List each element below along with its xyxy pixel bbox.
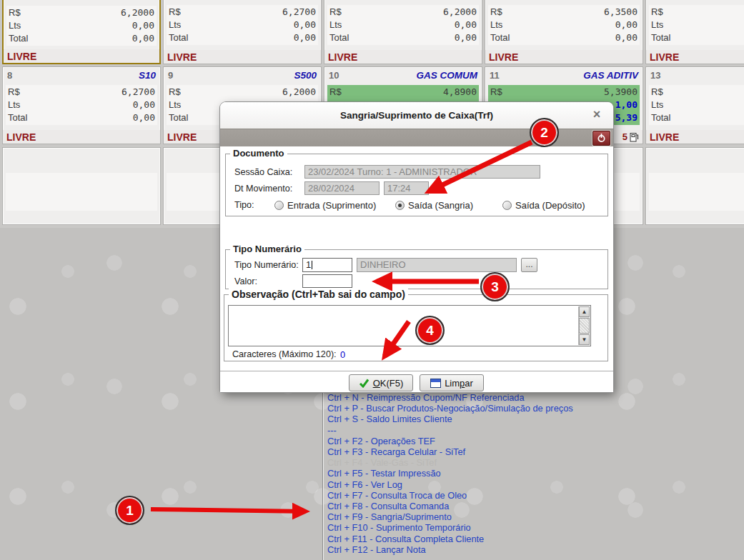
pump-cell-header <box>164 0 321 3</box>
tipo-numerario-input[interactable]: 1 <box>302 258 352 272</box>
sangria-suprimento-dialog: Sangria/Suprimento de Caixa(Trf) × Docum… <box>220 102 613 392</box>
total-label: Total <box>9 32 28 45</box>
total-row: Total <box>651 111 744 124</box>
radio-saida-deposito[interactable]: Saída (Depósito) <box>502 200 585 211</box>
pump-cell-header: 13 <box>646 67 744 83</box>
vertical-scrollbar[interactable]: ▲ ▼ <box>578 306 590 345</box>
shortcut-item[interactable]: Ctrl + F4 - Vale-Gás - SiTef <box>327 457 743 468</box>
price-value: 4,8900 <box>443 86 477 99</box>
total-value: 0,00 <box>132 32 154 45</box>
radio-saida-sangria[interactable]: Saída (Sangria) <box>395 200 473 211</box>
hora-field: 17:24 <box>384 181 429 195</box>
pump-status-bar: LIVRE <box>485 50 643 64</box>
shortcut-item[interactable]: Ctrl + F8 - Consulta Comanda <box>327 501 743 511</box>
scroll-down-icon[interactable]: ▼ <box>579 334 590 345</box>
scroll-up-icon[interactable]: ▲ <box>579 306 590 317</box>
pump-cell-header: 9 S500 <box>164 67 321 83</box>
pump-status-bar: LIVRE <box>324 50 482 64</box>
pump-cell[interactable]: R$ 6,3500 Lts 0,00 Total 0,00 LIVRE <box>485 0 643 64</box>
shortcut-item[interactable]: --- <box>327 425 743 436</box>
dialog-button-bar: OK(F5) Limpar <box>220 371 613 392</box>
price-row: R$ 6,2000 <box>9 6 154 19</box>
liters-row: Lts 0,00 <box>329 19 477 31</box>
shortcut-item[interactable]: Ctrl + F5 - Testar Impressão <box>327 468 743 479</box>
total-label: Total <box>651 31 670 44</box>
tipo-row: Tipo: Entrada (Suprimento) Saída (Sangri… <box>226 198 607 212</box>
pump-badge: 5 <box>623 131 639 142</box>
liters-label: Lts <box>651 99 663 111</box>
pump-status-bar: LIVRE <box>164 50 321 64</box>
pump-cell[interactable]: 8 S10 R$ 6,2700 Lts 0,00 Total 0,00 LIVR… <box>2 66 161 144</box>
tipo-numerario-label: Tipo Numerário: <box>234 260 299 270</box>
limpar-button[interactable]: Limpar <box>420 374 484 391</box>
dialog-body: Documento Sessão Caixa: 23/02/2024 Turno… <box>220 146 613 392</box>
shortcut-item[interactable]: Ctrl + F6 - Ver Log <box>327 479 743 490</box>
pump-cell-empty[interactable] <box>2 147 161 225</box>
dialog-title: Sangria/Suprimento de Caixa(Trf) <box>340 110 493 121</box>
shortcut-item[interactable]: Ctrl + P - Buscar Produtos-Negociação/Si… <box>327 403 743 414</box>
browse-button[interactable]: ... <box>521 258 537 272</box>
pump-cell[interactable]: 13 R$ Lts Total LIVRE <box>645 66 744 144</box>
pump-status-bar: LIVRE <box>3 130 160 144</box>
pump-cell[interactable]: R$ 6,2000 Lts 0,00 Total 0,00 LIVRE <box>324 0 482 64</box>
pump-number: 9 <box>168 70 173 83</box>
radio-entrada-label: Entrada (Suprimento) <box>287 200 376 211</box>
observacao-groupbox: Observação (Ctrl+Tab sai do campo) ▲ ▼ C… <box>224 294 608 361</box>
shortcut-item[interactable]: Ctrl + S - Saldo Limites Cliente <box>327 414 743 424</box>
radio-checked-icon[interactable] <box>395 201 405 210</box>
shortcut-item[interactable]: Ctrl + N - Reimpressão Cupom/NF Referenc… <box>327 392 743 403</box>
dialog-titlebar[interactable]: Sangria/Suprimento de Caixa(Trf) × <box>220 102 613 129</box>
radio-icon[interactable] <box>502 201 512 210</box>
price-row: R$ 4,8900 <box>329 86 477 99</box>
price-row: R$ 6,2700 <box>8 86 155 99</box>
price-value: 6,2000 <box>282 86 316 99</box>
currency-label: R$ <box>490 86 502 99</box>
shortcut-item[interactable]: Ctrl + F11 - Consulta Completa Cliente <box>327 534 743 544</box>
total-value: 0,00 <box>294 31 316 44</box>
observacao-legend: Observação (Ctrl+Tab sai do campo) <box>229 289 408 300</box>
price-row: R$ 6,3500 <box>490 6 638 19</box>
close-icon[interactable]: × <box>589 107 605 123</box>
shortcut-item[interactable]: Ctrl + F10 - Suprimento Temporário <box>327 522 743 533</box>
observacao-textarea[interactable]: ▲ ▼ <box>228 305 591 346</box>
pump-number: 8 <box>7 70 12 83</box>
shortcut-item[interactable]: Ctrl + F3 - Recarga Celular - SiTef <box>327 446 743 457</box>
ok-button[interactable]: OK(F5) <box>349 374 413 391</box>
shortcut-item[interactable]: Ctrl + F12 - Lançar Nota <box>327 544 743 555</box>
currency-label: R$ <box>169 6 181 19</box>
documento-legend: Documento <box>230 148 287 159</box>
scrollbar-thumb[interactable] <box>579 318 590 334</box>
pump-status-text: LIVRE <box>167 51 197 63</box>
radio-deposito-label: Saída (Depósito) <box>515 200 585 211</box>
exit-button[interactable] <box>592 131 610 146</box>
pump-cell[interactable]: R$ Lts Total LIVRE <box>645 0 744 64</box>
pump-status-text: LIVRE <box>7 51 36 62</box>
total-label: Total <box>490 31 510 44</box>
pump-cell-header <box>646 0 744 3</box>
shortcut-item[interactable]: Ctrl + F7 - Consulta Troca de Oleo <box>327 490 743 501</box>
valor-label: Valor: <box>234 276 257 286</box>
shortcut-item[interactable]: Ctrl + F2 - Operações TEF <box>327 436 743 446</box>
pump-cell-empty[interactable] <box>645 147 744 225</box>
documento-groupbox: Documento Sessão Caixa: 23/02/2024 Turno… <box>225 154 608 216</box>
text-cursor <box>312 261 312 269</box>
pump-fuel-name: S500 <box>294 70 317 83</box>
liters-label: Lts <box>169 19 181 31</box>
pump-cell-header: 11 GAS ADITIV <box>485 67 643 83</box>
currency-label: R$ <box>169 86 181 99</box>
pump-status-text: LIVRE <box>650 51 679 63</box>
arrow-step1 <box>151 509 306 511</box>
pump-cell[interactable]: R$ 6,2000 Lts 0,00 Total 0,00 LIVRE <box>2 0 161 64</box>
valor-input[interactable] <box>302 274 352 288</box>
radio-icon[interactable] <box>274 201 284 210</box>
shortcut-item[interactable]: --- <box>327 555 743 560</box>
shortcut-item[interactable]: Ctrl + F9 - Sangria/Suprimento <box>327 511 743 522</box>
pump-values: R$ Lts Total <box>649 85 744 125</box>
total-row: Total 0,00 <box>8 111 155 124</box>
price-row: R$ <box>651 6 744 19</box>
liters-row: Lts 0,00 <box>490 19 638 31</box>
pump-cell[interactable]: R$ 6,2700 Lts 0,00 Total 0,00 LIVRE <box>163 0 322 64</box>
pump-cell-header <box>485 0 643 3</box>
radio-entrada-suprimento[interactable]: Entrada (Suprimento) <box>274 200 376 211</box>
fuel-pump-icon <box>630 131 639 142</box>
